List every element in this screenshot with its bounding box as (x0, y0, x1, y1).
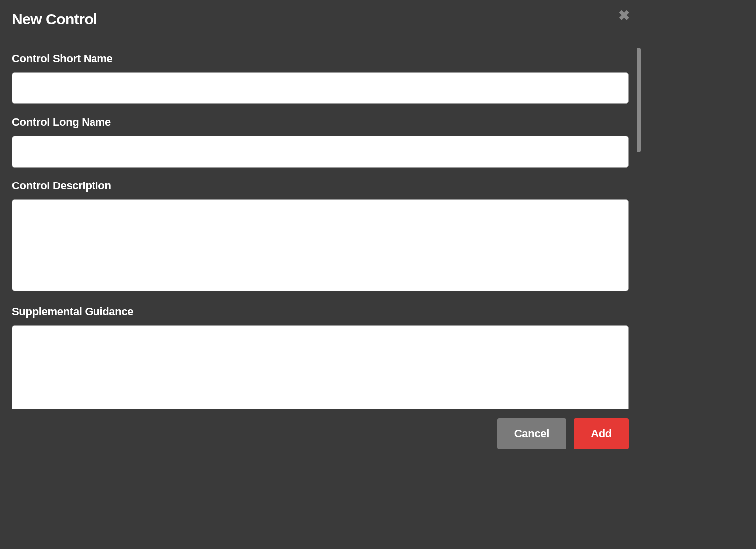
modal-body: Control Short Name Control Long Name Con… (0, 39, 641, 409)
add-button[interactable]: Add (574, 418, 629, 449)
new-control-modal: New Control ✖ Control Short Name Control… (0, 0, 641, 465)
cancel-button[interactable]: Cancel (497, 418, 566, 449)
long-name-input[interactable] (12, 136, 629, 168)
close-icon: ✖ (618, 8, 630, 23)
form-group-short-name: Control Short Name (12, 52, 629, 104)
form-group-description: Control Description (12, 180, 629, 293)
description-textarea[interactable] (12, 199, 629, 291)
close-button[interactable]: ✖ (616, 7, 632, 25)
description-label: Control Description (12, 180, 629, 192)
long-name-label: Control Long Name (12, 116, 629, 129)
supplemental-label: Supplemental Guidance (12, 305, 629, 318)
modal-body-viewport: Control Short Name Control Long Name Con… (0, 39, 641, 409)
form-group-supplemental: Supplemental Guidance (12, 305, 629, 409)
form-group-long-name: Control Long Name (12, 116, 629, 168)
modal-header: New Control ✖ (0, 0, 641, 39)
modal-footer: Cancel Add (0, 409, 641, 458)
short-name-label: Control Short Name (12, 52, 629, 65)
short-name-input[interactable] (12, 72, 629, 104)
supplemental-textarea[interactable] (12, 325, 629, 409)
modal-title: New Control (12, 11, 97, 28)
